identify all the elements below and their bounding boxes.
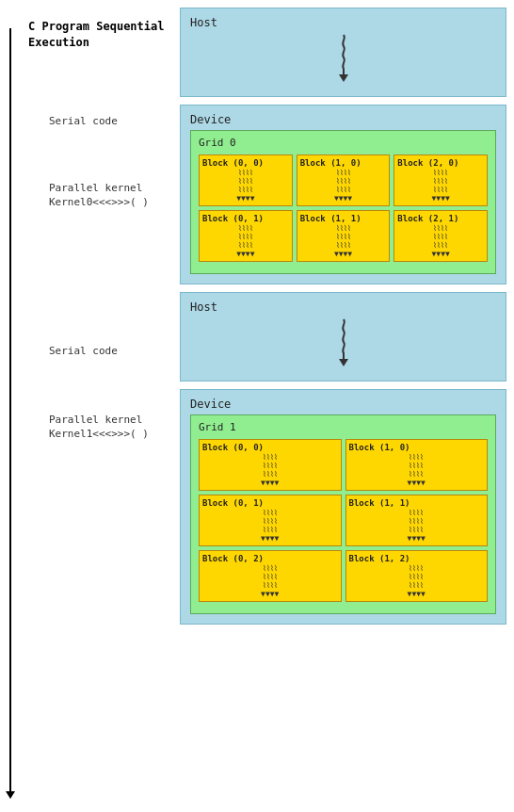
host-title-2: Host <box>190 300 496 314</box>
grid-1-row-0: Block (0, 0) ⌇⌇⌇⌇ ⌇⌇⌇⌇ ⌇⌇⌇⌇ ▼▼▼▼ Block (… <box>199 439 488 491</box>
device-title-2: Device <box>190 398 496 411</box>
svg-marker-0 <box>339 74 348 82</box>
grid-0-title: Grid 0 <box>199 137 488 149</box>
squiggle-2 <box>329 317 358 369</box>
host-title-1: Host <box>190 16 496 29</box>
block-0-2-1: Block (2, 1) ⌇⌇⌇⌇ ⌇⌇⌇⌇ ⌇⌇⌇⌇ ▼▼▼▼ <box>394 210 488 262</box>
block-1-1-0: Block (1, 0) ⌇⌇⌇⌇ ⌇⌇⌇⌇ ⌇⌇⌇⌇ ▼▼▼▼ <box>345 439 489 491</box>
block-0-1-1: Block (1, 1) ⌇⌇⌇⌇ ⌇⌇⌇⌇ ⌇⌇⌇⌇ ▼▼▼▼ <box>297 210 391 262</box>
threads-1-1-0: ⌇⌇⌇⌇ ⌇⌇⌇⌇ ⌇⌇⌇⌇ ▼▼▼▼ <box>349 454 485 487</box>
threads-1-0-2: ⌇⌇⌇⌇ ⌇⌇⌇⌇ ⌇⌇⌇⌇ ▼▼▼▼ <box>202 565 338 598</box>
block-0-2-0: Block (2, 0) ⌇⌇⌇⌇ ⌇⌇⌇⌇ ⌇⌇⌇⌇ ▼▼▼▼ <box>394 154 488 206</box>
block-0-0-1: Block (0, 1) ⌇⌇⌇⌇ ⌇⌇⌇⌇ ⌇⌇⌇⌇ ▼▼▼▼ <box>199 210 293 262</box>
threads-1-0-1: ⌇⌇⌇⌇ ⌇⌇⌇⌇ ⌇⌇⌇⌇ ▼▼▼▼ <box>202 510 338 543</box>
parallel-label-1: Parallel kernel Kernel0<<<>>>( ) <box>28 182 167 208</box>
serial-label-2: Serial code <box>49 345 167 357</box>
grid-box-1: Grid 1 Block (0, 0) ⌇⌇⌇⌇ ⌇⌇⌇⌇ ⌇⌇⌇⌇ ▼▼▼▼ … <box>190 414 496 614</box>
svg-marker-1 <box>339 359 348 366</box>
device-box-2: Device Grid 1 Block (0, 0) ⌇⌇⌇⌇ ⌇⌇⌇⌇ ⌇⌇⌇… <box>180 389 506 625</box>
vertical-arrow <box>9 28 11 793</box>
block-1-0-2: Block (0, 2) ⌇⌇⌇⌇ ⌇⌇⌇⌇ ⌇⌇⌇⌇ ▼▼▼▼ <box>199 550 342 602</box>
threads-0-1-1: ⌇⌇⌇⌇ ⌇⌇⌇⌇ ⌇⌇⌇⌇ ▼▼▼▼ <box>300 225 387 258</box>
threads-0-1-0: ⌇⌇⌇⌇ ⌇⌇⌇⌇ ⌇⌇⌇⌇ ▼▼▼▼ <box>300 170 387 203</box>
parallel-label-2: Parallel kernel Kernel1<<<>>>( ) <box>28 414 167 440</box>
squiggle-container-2 <box>190 317 496 369</box>
grid-1-title: Grid 1 <box>199 421 488 433</box>
block-label-1-1-2: Block (1, 2) <box>349 554 485 563</box>
block-label-0-1-1: Block (1, 1) <box>300 214 387 223</box>
right-panel: Host Device Grid 0 Block (0, <box>174 0 514 812</box>
block-label-0-2-1: Block (2, 1) <box>397 214 484 223</box>
block-1-0-0: Block (0, 0) ⌇⌇⌇⌇ ⌇⌇⌇⌇ ⌇⌇⌇⌇ ▼▼▼▼ <box>199 439 342 491</box>
serial-label-1: Serial code <box>49 115 167 127</box>
threads-1-1-1: ⌇⌇⌇⌇ ⌇⌇⌇⌇ ⌇⌇⌇⌇ ▼▼▼▼ <box>349 510 485 543</box>
block-label-0-1-0: Block (1, 0) <box>300 158 387 168</box>
block-label-1-0-0: Block (0, 0) <box>202 443 338 452</box>
block-label-0-2-0: Block (2, 0) <box>397 158 484 168</box>
threads-1-1-2: ⌇⌇⌇⌇ ⌇⌇⌇⌇ ⌇⌇⌇⌇ ▼▼▼▼ <box>349 565 485 598</box>
main-container: C Program Sequential Execution Serial co… <box>0 0 514 812</box>
block-label-0-0-0: Block (0, 0) <box>202 158 289 168</box>
threads-0-2-1: ⌇⌇⌇⌇ ⌇⌇⌇⌇ ⌇⌇⌇⌇ ▼▼▼▼ <box>397 225 484 258</box>
squiggle-1 <box>329 33 358 85</box>
block-0-0-0: Block (0, 0) ⌇⌇⌇⌇ ⌇⌇⌇⌇ ⌇⌇⌇⌇ <box>199 154 293 206</box>
threads-0-0-0: ⌇⌇⌇⌇ ⌇⌇⌇⌇ ⌇⌇⌇⌇ ▼▼▼▼ <box>202 170 289 203</box>
squiggle-container-1 <box>190 33 496 85</box>
block-1-0-1: Block (0, 1) ⌇⌇⌇⌇ ⌇⌇⌇⌇ ⌇⌇⌇⌇ ▼▼▼▼ <box>199 495 342 546</box>
grid-box-0: Grid 0 Block (0, 0) ⌇⌇⌇⌇ ⌇⌇⌇⌇ <box>190 130 496 274</box>
block-label-1-1-0: Block (1, 0) <box>349 443 485 452</box>
grid-0-row-0: Block (0, 0) ⌇⌇⌇⌇ ⌇⌇⌇⌇ ⌇⌇⌇⌇ <box>199 154 488 206</box>
host-box-1: Host <box>180 8 506 97</box>
block-label-1-1-1: Block (1, 1) <box>349 498 485 508</box>
block-0-1-0: Block (1, 0) ⌇⌇⌇⌇ ⌇⌇⌇⌇ ⌇⌇⌇⌇ ▼▼▼▼ <box>297 154 391 206</box>
left-panel: C Program Sequential Execution Serial co… <box>0 0 174 812</box>
threads-0-2-0: ⌇⌇⌇⌇ ⌇⌇⌇⌇ ⌇⌇⌇⌇ ▼▼▼▼ <box>397 170 484 203</box>
page-title: C Program Sequential Execution <box>28 19 167 51</box>
block-1-1-2: Block (1, 2) ⌇⌇⌇⌇ ⌇⌇⌇⌇ ⌇⌇⌇⌇ ▼▼▼▼ <box>345 550 489 602</box>
grid-1-row-1: Block (0, 1) ⌇⌇⌇⌇ ⌇⌇⌇⌇ ⌇⌇⌇⌇ ▼▼▼▼ Block (… <box>199 495 488 546</box>
block-label-1-0-1: Block (0, 1) <box>202 498 338 508</box>
grid-0-row-1: Block (0, 1) ⌇⌇⌇⌇ ⌇⌇⌇⌇ ⌇⌇⌇⌇ ▼▼▼▼ Block (… <box>199 210 488 262</box>
threads-0-0-1: ⌇⌇⌇⌇ ⌇⌇⌇⌇ ⌇⌇⌇⌇ ▼▼▼▼ <box>202 225 289 258</box>
block-label-0-0-1: Block (0, 1) <box>202 214 289 223</box>
grid-1-row-2: Block (0, 2) ⌇⌇⌇⌇ ⌇⌇⌇⌇ ⌇⌇⌇⌇ ▼▼▼▼ Block (… <box>199 550 488 602</box>
block-label-1-0-2: Block (0, 2) <box>202 554 338 563</box>
device-box-1: Device Grid 0 Block (0, 0) ⌇⌇⌇⌇ ⌇⌇⌇⌇ <box>180 105 506 284</box>
host-box-2: Host <box>180 292 506 382</box>
device-title-1: Device <box>190 113 496 126</box>
threads-1-0-0: ⌇⌇⌇⌇ ⌇⌇⌇⌇ ⌇⌇⌇⌇ ▼▼▼▼ <box>202 454 338 487</box>
block-1-1-1: Block (1, 1) ⌇⌇⌇⌇ ⌇⌇⌇⌇ ⌇⌇⌇⌇ ▼▼▼▼ <box>345 495 489 546</box>
